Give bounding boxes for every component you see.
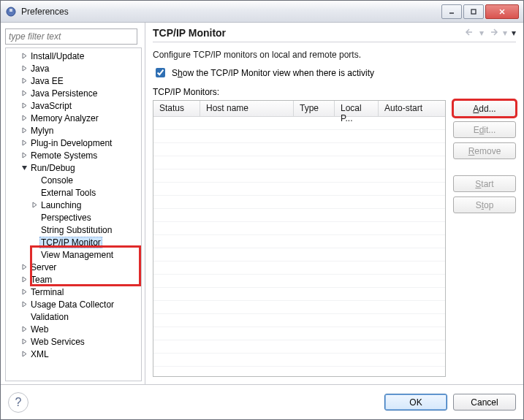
expand-icon[interactable] (19, 324, 29, 335)
svg-rect-3 (471, 9, 476, 14)
ok-button[interactable]: OK (384, 394, 447, 411)
col-type[interactable]: Type (294, 101, 335, 116)
stop-button[interactable]: Stop (453, 196, 516, 213)
page-description: Configure TCP/IP monitors on local and r… (153, 50, 516, 60)
expand-icon[interactable] (19, 349, 29, 359)
tree-item-web[interactable]: Web (6, 323, 141, 335)
menu-icon[interactable]: ▾ (512, 28, 516, 38)
start-button[interactable]: Start (453, 175, 516, 192)
expand-icon[interactable] (19, 150, 29, 161)
show-view-label[interactable]: Show the TCP/IP Monitor view when there … (172, 68, 374, 78)
col-host[interactable]: Host name (200, 101, 294, 116)
title-bar: Preferences (1, 1, 523, 23)
tree-item-console[interactable]: Console (6, 174, 141, 186)
tree-item-plugin-dev[interactable]: Plug-in Development (6, 137, 141, 149)
close-button[interactable] (485, 4, 519, 19)
col-local-port[interactable]: Local P... (335, 101, 379, 116)
expand-icon[interactable] (19, 88, 29, 99)
expand-icon[interactable] (19, 275, 29, 285)
monitors-grid (153, 117, 445, 376)
expand-icon[interactable] (19, 138, 29, 148)
filter-input[interactable] (5, 28, 137, 45)
expand-icon[interactable] (19, 113, 29, 123)
col-auto-start[interactable]: Auto-start (379, 101, 445, 116)
minimize-button[interactable] (441, 4, 462, 19)
tree-item-remote-systems[interactable]: Remote Systems (6, 149, 141, 161)
tree-item-team[interactable]: Team (6, 273, 141, 286)
tree-item-validation[interactable]: Validation (6, 310, 141, 323)
show-view-checkbox[interactable] (156, 68, 165, 77)
help-icon[interactable]: ? (8, 392, 29, 413)
tree-item-install-update[interactable]: Install/Update (6, 50, 141, 62)
edit-button[interactable]: Edit... (453, 121, 516, 138)
tree-item-perspectives[interactable]: Perspectives (6, 211, 141, 224)
expand-icon[interactable] (19, 101, 29, 111)
tree-item-mylyn[interactable]: Mylyn (6, 124, 141, 137)
expand-icon[interactable] (19, 126, 29, 136)
main-panel: TCP/IP Monitor ▾ ▾ ▾ Configure TCP/IP mo… (145, 23, 523, 384)
maximize-button[interactable] (463, 4, 484, 19)
app-icon (5, 6, 17, 18)
remove-button[interactable]: Remove (453, 142, 516, 159)
window-title: Preferences (21, 7, 440, 17)
tree-item-web-services[interactable]: Web Services (6, 335, 141, 348)
tree-item-string-substitution[interactable]: String Substitution (6, 224, 141, 236)
tree-item-java-ee[interactable]: Java EE (6, 75, 141, 87)
expand-icon[interactable] (19, 64, 29, 74)
monitors-table[interactable]: Status Host name Type Local P... Auto-st… (153, 100, 446, 377)
tree-item-memory-analyzer[interactable]: Memory Analyzer (6, 112, 141, 124)
sidebar: Install/Update Java Java EE Java Persist… (1, 23, 145, 384)
expand-icon[interactable] (19, 287, 29, 297)
tree-item-tcpip-monitor[interactable]: TCP/IP Monitor (6, 236, 141, 248)
preferences-tree[interactable]: Install/Update Java Java EE Java Persist… (6, 48, 141, 381)
col-status[interactable]: Status (153, 101, 200, 116)
dialog-footer: ? OK Cancel (1, 384, 523, 419)
collapse-icon[interactable] (19, 163, 29, 173)
expand-icon[interactable] (19, 299, 29, 310)
add-button[interactable]: Add... (453, 100, 516, 117)
tree-item-run-debug[interactable]: Run/Debug (6, 161, 141, 174)
back-icon[interactable] (465, 28, 475, 39)
cancel-button[interactable]: Cancel (453, 394, 516, 411)
tree-item-java[interactable]: Java (6, 62, 141, 75)
tree-item-external-tools[interactable]: External Tools (6, 186, 141, 199)
tree-item-server[interactable]: Server (6, 261, 141, 273)
monitors-label: TCP/IP Monitors: (153, 87, 516, 97)
tree-item-terminal[interactable]: Terminal (6, 286, 141, 298)
svg-rect-1 (10, 9, 12, 12)
tree-item-javascript[interactable]: JavaScript (6, 99, 141, 112)
tree-item-xml[interactable]: XML (6, 348, 141, 360)
expand-icon[interactable] (29, 200, 39, 210)
tree-item-java-persistence[interactable]: Java Persistence (6, 87, 141, 99)
forward-icon[interactable] (488, 28, 498, 39)
expand-icon[interactable] (19, 76, 29, 86)
tree-item-view-management[interactable]: View Management (6, 248, 141, 261)
page-title: TCP/IP Monitor (153, 27, 465, 39)
expand-icon[interactable] (19, 51, 29, 61)
expand-icon[interactable] (19, 262, 29, 272)
tree-item-launching[interactable]: Launching (6, 199, 141, 211)
tree-item-usage-data[interactable]: Usage Data Collector (6, 298, 141, 310)
expand-icon[interactable] (19, 337, 29, 347)
